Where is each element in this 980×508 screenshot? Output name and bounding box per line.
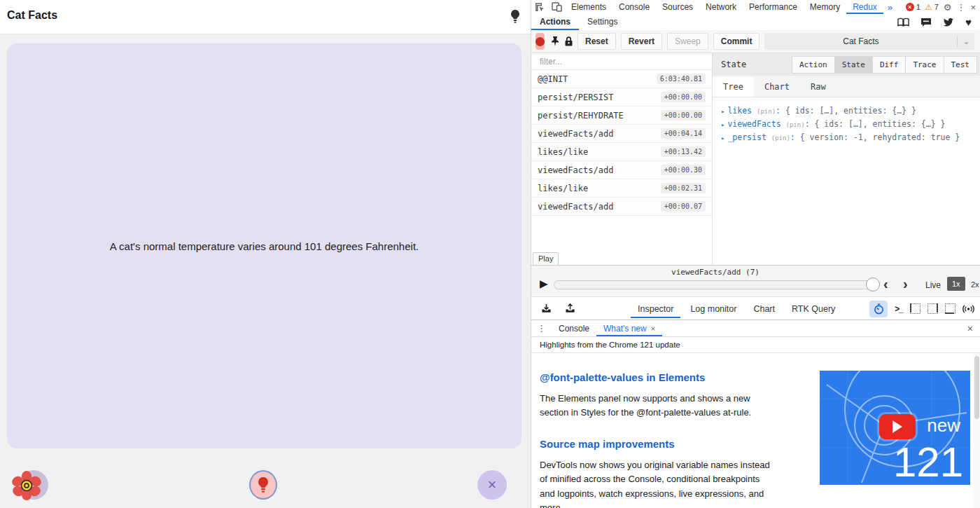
dispatcher-stopwatch-icon[interactable] — [869, 301, 888, 317]
reset-button[interactable]: Reset — [578, 33, 616, 50]
feedback-message-icon[interactable] — [920, 18, 932, 27]
play-tooltip-button[interactable]: Play — [533, 252, 559, 266]
tab-elements[interactable]: Elements — [565, 0, 612, 14]
action-time: +00:00.30 — [661, 165, 706, 175]
sweep-button[interactable]: Sweep — [667, 33, 708, 50]
view-tab-raw[interactable]: Raw — [800, 77, 836, 97]
filter-input[interactable] — [538, 56, 705, 67]
tree-pin: (pin) — [771, 135, 790, 142]
settings-gear-icon[interactable]: ⚙ — [944, 2, 952, 13]
monitor-tab-chart[interactable]: Chart — [746, 300, 782, 318]
action-row[interactable]: @@INIT 6:03:40.81 — [531, 70, 712, 88]
tree-row[interactable]: ▸viewedFacts (pin): { ids: […], entities… — [721, 118, 972, 131]
scrollbar-thumb[interactable] — [974, 356, 979, 419]
play-button[interactable]: ▶ — [540, 277, 548, 290]
commit-button[interactable]: Commit — [713, 33, 760, 50]
mode-action-button[interactable]: Action — [792, 56, 835, 74]
action-row[interactable]: viewedFacts/add +00:04.14 — [531, 125, 712, 143]
speed-1x-button[interactable]: 1x — [947, 277, 965, 291]
drawer-tab-console[interactable]: Console — [552, 320, 596, 336]
tab-performance[interactable]: Performance — [743, 0, 804, 14]
tree-row[interactable]: ▸likes (pin): { ids: […], entities: {…} … — [721, 104, 972, 118]
red-lightbulb-icon — [257, 476, 270, 493]
tab-console[interactable]: Console — [612, 0, 656, 14]
action-time: +00:00.00 — [661, 92, 706, 102]
mode-diff-button[interactable]: Diff — [872, 56, 906, 74]
monitor-bar: Inspector Log monitor Chart RTK Query >_ — [531, 296, 980, 320]
tab-settings[interactable]: Settings — [579, 14, 626, 30]
dock-right-icon[interactable] — [927, 303, 938, 314]
monitor-tab-inspector[interactable]: Inspector — [631, 300, 680, 318]
dock-left-icon[interactable] — [910, 303, 920, 314]
terminal-icon[interactable]: >_ — [895, 304, 903, 314]
tree-row[interactable]: ▸_persist (pin): { version: -1, rehydrat… — [721, 131, 972, 144]
view-tab-tree[interactable]: Tree — [713, 77, 754, 97]
expand-arrow-icon[interactable]: ▸ — [721, 108, 724, 115]
instance-select[interactable]: Cat Facts ⌄ — [764, 33, 974, 50]
mode-state-button[interactable]: State — [834, 56, 873, 74]
tab-sources[interactable]: Sources — [656, 0, 699, 14]
whats-new-heading[interactable]: Source map improvements — [540, 438, 785, 450]
action-row[interactable]: persist/PERSIST +00:00.00 — [531, 88, 712, 107]
tab-network[interactable]: Network — [699, 0, 743, 14]
state-label: State — [721, 60, 746, 69]
pin-button[interactable] — [550, 33, 560, 50]
action-row[interactable]: persist/REHYDRATE +00:00.00 — [531, 107, 712, 125]
more-tabs-icon[interactable]: » — [883, 2, 897, 13]
close-tab-icon[interactable]: × — [651, 321, 655, 336]
scrollbar[interactable] — [974, 353, 980, 508]
mode-test-button[interactable]: Test — [944, 56, 978, 74]
tree-pin: (pin) — [757, 108, 776, 115]
live-button[interactable]: Live — [925, 280, 941, 290]
close-devtools-icon[interactable]: × — [970, 2, 976, 13]
remote-broadcast-icon[interactable] — [962, 304, 974, 314]
inspect-element-icon[interactable] — [531, 1, 548, 13]
kebab-menu-icon[interactable]: ⋮ — [956, 2, 965, 13]
tab-redux[interactable]: Redux — [846, 0, 883, 14]
monitor-tab-rtk-query[interactable]: RTK Query — [785, 300, 842, 318]
step-forward-button[interactable]: › — [903, 276, 908, 292]
device-toolbar-icon[interactable] — [548, 1, 565, 13]
action-time: +00:00.07 — [661, 201, 706, 212]
action-slider[interactable] — [554, 280, 878, 289]
action-list: @@INIT 6:03:40.81 persist/PERSIST +00:00… — [531, 53, 713, 265]
slider-thumb[interactable] — [866, 277, 880, 291]
speed-2x-button[interactable]: 2x — [971, 280, 979, 289]
sponsor-heart-icon[interactable]: ♥ — [965, 16, 972, 28]
revert-button[interactable]: Revert — [621, 33, 662, 50]
tab-actions[interactable]: Actions — [531, 14, 579, 30]
record-toggle-button[interactable] — [536, 33, 545, 50]
close-fact-button[interactable]: × — [477, 470, 507, 500]
action-row[interactable]: likes/like +00:02.31 — [531, 179, 712, 198]
action-row[interactable]: likes/like +00:13.42 — [531, 143, 712, 161]
redux-extension-flower-icon[interactable] — [12, 471, 41, 500]
action-row[interactable]: viewedFacts/add +00:00.30 — [531, 161, 712, 179]
monitor-tab-log-monitor[interactable]: Log monitor — [683, 300, 743, 318]
warning-icon: ⚠ — [925, 3, 932, 12]
chrome-121-promo-image[interactable]: new 121 — [820, 371, 970, 485]
tab-memory[interactable]: Memory — [804, 0, 846, 14]
expand-arrow-icon[interactable]: ▸ — [721, 135, 724, 142]
youtube-play-icon[interactable] — [879, 414, 916, 439]
export-state-icon[interactable] — [561, 301, 579, 317]
promo-new-label: new — [927, 415, 960, 437]
step-back-button[interactable]: ‹ — [883, 276, 888, 292]
docs-book-icon[interactable] — [897, 18, 909, 27]
lock-button[interactable] — [564, 33, 573, 50]
action-row[interactable]: viewedFacts/add +00:00.07 — [531, 198, 712, 216]
close-drawer-icon[interactable]: × — [967, 323, 980, 334]
error-badge[interactable]: ✕ 1 — [906, 3, 920, 11]
drawer-tab-whats-new[interactable]: What's new × — [596, 320, 662, 336]
whats-new-heading[interactable]: @font-palette-values in Elements — [540, 371, 785, 383]
mode-trace-button[interactable]: Trace — [905, 56, 944, 74]
dock-bottom-icon[interactable] — [945, 303, 955, 314]
expand-arrow-icon[interactable]: ▸ — [721, 121, 724, 128]
warning-badge[interactable]: ⚠ 7 — [925, 3, 939, 12]
instance-name: Cat Facts — [764, 36, 957, 46]
show-fact-button[interactable] — [249, 470, 277, 500]
drawer-kebab-icon[interactable]: ⋮ — [531, 323, 552, 334]
view-tab-chart[interactable]: Chart — [754, 77, 800, 97]
tree-sep: : — [790, 132, 795, 142]
import-state-icon[interactable] — [537, 301, 555, 317]
twitter-icon[interactable] — [943, 18, 954, 27]
